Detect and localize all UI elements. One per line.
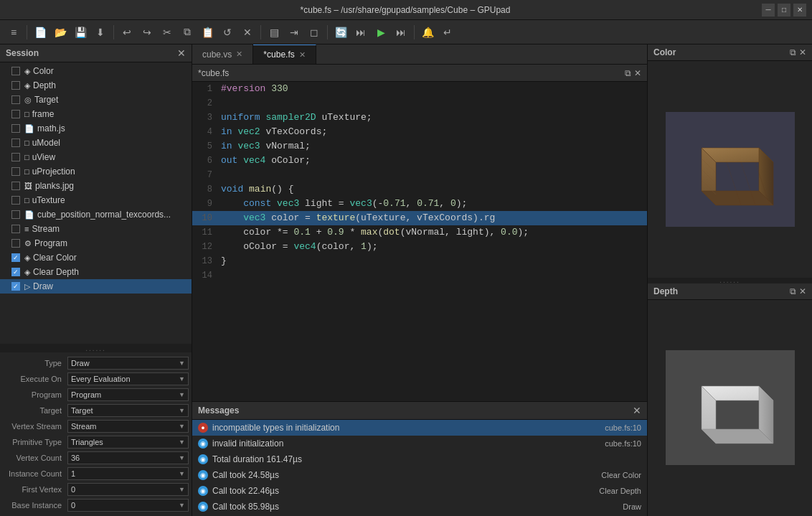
tree-item-checkbox-color[interactable]: [11, 67, 20, 75]
wrap-button[interactable]: ◻: [305, 23, 324, 42]
message-row-3[interactable]: ◉Call took 24.58µsClear Color: [192, 467, 647, 483]
copy-button[interactable]: ⧉: [178, 23, 197, 42]
prop-value-vertexstream[interactable]: Stream▼: [67, 420, 189, 433]
tree-item-draw[interactable]: ✓▷Draw: [0, 279, 192, 294]
tree-item-frame[interactable]: □frame: [0, 107, 192, 121]
message-row-0[interactable]: ●incompatible types in initializationcub…: [192, 420, 647, 436]
message-row-2[interactable]: ◉Total duration 161.47µs: [192, 451, 647, 467]
session-title: Session: [6, 48, 39, 58]
messages-close-button[interactable]: ✕: [633, 405, 641, 416]
maximize-button[interactable]: □: [778, 4, 790, 17]
prop-value-executeon[interactable]: Every Evaluation▼: [67, 372, 189, 385]
toolbar-sep-2: [113, 25, 114, 39]
prop-row-type: TypeDraw▼: [0, 355, 192, 371]
tree-item-checkbox-cube_position[interactable]: [11, 210, 20, 219]
props-divider[interactable]: [0, 344, 192, 352]
tree-item-clearcolor[interactable]: ✓◈Clear Color: [0, 250, 192, 265]
editor-close-button[interactable]: ✕: [634, 68, 641, 78]
clear-button[interactable]: ✕: [238, 23, 257, 42]
tree-item-stream[interactable]: ≡Stream: [0, 222, 192, 236]
step-button[interactable]: ⏭: [351, 23, 370, 42]
tree-item-checkbox-mathjs[interactable]: [11, 124, 20, 133]
save-all-button[interactable]: ⬇: [91, 23, 110, 42]
prop-value-instancecount[interactable]: 1▼: [67, 467, 189, 480]
prop-value-baseinstance[interactable]: 0▼: [67, 499, 189, 512]
tree-item-program[interactable]: ⚙Program: [0, 236, 192, 250]
redo-button[interactable]: ↪: [138, 23, 156, 42]
tree-item-checkbox-target[interactable]: [11, 95, 20, 104]
depth-panel-restore-button[interactable]: ⧉: [790, 286, 796, 296]
color-panel-close-button[interactable]: ✕: [799, 47, 806, 57]
tree-item-mathjs[interactable]: 📄math.js: [0, 121, 192, 136]
prop-value-primitivetype[interactable]: Triangles▼: [67, 436, 189, 449]
tree-item-checkbox-frame[interactable]: [11, 110, 20, 118]
messages-list[interactable]: ●incompatible types in initializationcub…: [192, 420, 647, 516]
tree-item-target[interactable]: ◎Target: [0, 93, 192, 107]
message-row-1[interactable]: ◉invalid initializationcube.fs:10: [192, 436, 647, 451]
new-button[interactable]: 📄: [31, 23, 49, 42]
color-panel-restore-button[interactable]: ⧉: [790, 47, 796, 57]
tree-item-planksjpg[interactable]: 🖼planks.jpg: [0, 179, 192, 193]
format-button[interactable]: ⇥: [285, 23, 303, 42]
right-panel-divider[interactable]: [648, 278, 812, 283]
prop-dropdown-arrow: ▼: [179, 486, 185, 493]
line-content-8: void main() {: [218, 182, 647, 197]
save-button[interactable]: 💾: [71, 23, 90, 42]
message-row-4[interactable]: ◉Call took 22.46µsClear Depth: [192, 483, 647, 499]
tab-cubevs[interactable]: cube.vs✕: [192, 44, 253, 64]
refresh-button[interactable]: 🔄: [331, 23, 350, 42]
run-button[interactable]: ▶: [372, 23, 390, 42]
tree-item-checkbox-utexture[interactable]: [11, 196, 20, 205]
tree-item-checkbox-program[interactable]: [11, 239, 20, 248]
prop-value-program[interactable]: Program▼: [67, 388, 189, 401]
message-text-0: incompatible types in initialization: [212, 423, 599, 433]
prop-value-firstvertex[interactable]: 0▼: [67, 483, 189, 496]
tree-item-checkbox-depth[interactable]: [11, 81, 20, 90]
execute-button[interactable]: ↵: [438, 23, 457, 42]
tree-item-checkbox-clearcolor[interactable]: ✓: [11, 253, 20, 262]
paste-button[interactable]: 📋: [198, 23, 217, 42]
tree-item-uprojection[interactable]: □uProjection: [0, 164, 192, 179]
line-number-4: 4: [192, 125, 218, 139]
tree-item-checkbox-draw[interactable]: ✓: [11, 282, 20, 291]
tree-item-uview[interactable]: □uView: [0, 150, 192, 164]
tree-item-cube_position[interactable]: 📄cube_position_normal_texcoords...: [0, 207, 192, 222]
tree-item-color[interactable]: ◈Color: [0, 64, 192, 78]
prop-row-vertexstream: Vertex StreamStream▼: [0, 418, 192, 434]
open-button[interactable]: 📂: [51, 23, 70, 42]
undo-button[interactable]: ↩: [118, 23, 136, 42]
editor-restore-button[interactable]: ⧉: [625, 68, 631, 78]
tree-item-checkbox-uview[interactable]: [11, 153, 20, 161]
tree-item-checkbox-cleardepth[interactable]: ✓: [11, 268, 20, 276]
tree-item-label-program: Program: [34, 238, 67, 248]
tab-close-button[interactable]: ✕: [299, 50, 306, 60]
prop-value-target[interactable]: Target▼: [67, 404, 189, 417]
session-tree[interactable]: ◈Color◈Depth◎Target□frame📄math.js□uModel…: [0, 62, 192, 344]
tree-item-checkbox-planksjpg[interactable]: [11, 182, 20, 190]
depth-panel-close-button[interactable]: ✕: [799, 286, 806, 296]
code-line-3: 3uniform sampler2D uTexture;: [192, 111, 647, 125]
tab-close-button[interactable]: ✕: [236, 50, 242, 59]
tree-item-checkbox-stream[interactable]: [11, 225, 20, 233]
line-number-11: 11: [192, 225, 218, 240]
cut-button[interactable]: ✂: [158, 23, 176, 42]
tree-item-depth[interactable]: ◈Depth: [0, 78, 192, 93]
session-close-button[interactable]: ✕: [177, 47, 186, 59]
tree-item-umodel[interactable]: □uModel: [0, 136, 192, 150]
message-row-5[interactable]: ◉Call took 85.98µsDraw: [192, 499, 647, 515]
reload-button[interactable]: ↺: [218, 23, 237, 42]
prop-value-vertexcount[interactable]: 36▼: [67, 451, 189, 464]
tree-item-checkbox-uprojection[interactable]: [11, 167, 20, 176]
indent-button[interactable]: ▤: [265, 23, 283, 42]
tab-cubefs[interactable]: *cube.fs✕: [253, 44, 316, 64]
close-window-button[interactable]: ✕: [793, 4, 806, 17]
prop-value-type[interactable]: Draw▼: [67, 357, 189, 370]
minimize-button[interactable]: ─: [762, 4, 775, 17]
menu-button[interactable]: ≡: [4, 23, 23, 42]
bell-button[interactable]: 🔔: [418, 23, 437, 42]
run-all-button[interactable]: ⏭: [392, 23, 410, 42]
tree-item-checkbox-umodel[interactable]: [11, 139, 20, 147]
code-editor[interactable]: 1#version 3302 3uniform sampler2D uTextu…: [192, 82, 647, 401]
tree-item-utexture[interactable]: □uTexture: [0, 193, 192, 207]
tree-item-cleardepth[interactable]: ✓◈Clear Depth: [0, 265, 192, 279]
